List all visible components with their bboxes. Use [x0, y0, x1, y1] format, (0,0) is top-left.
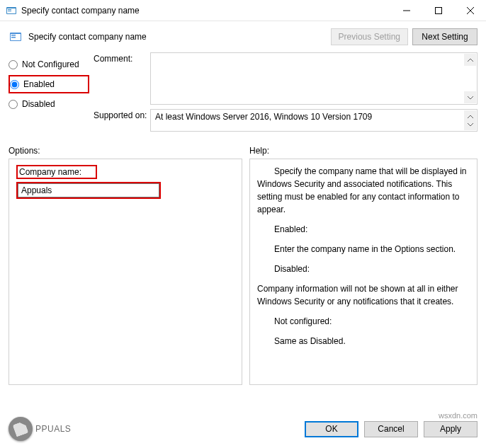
supported-label: Supported on:: [94, 109, 150, 132]
previous-setting-button: Previous Setting: [331, 28, 408, 45]
radio-disabled[interactable]: Disabled: [9, 95, 94, 113]
footer: PPUALS OK Cancel Apply: [0, 410, 486, 448]
supported-on-text: At least Windows Server 2016, Windows 10…: [155, 112, 372, 122]
header: Specify contact company name Previous Se…: [0, 21, 486, 50]
svg-rect-2: [8, 9, 11, 10]
supported-on-box: At least Windows Server 2016, Windows 10…: [150, 109, 477, 132]
policy-title: Specify contact company name: [28, 32, 331, 42]
comment-textarea[interactable]: [150, 52, 477, 105]
watermark-text: PPUALS: [35, 424, 71, 434]
window-title: Specify contact company name: [21, 6, 390, 16]
radio-not-configured-label: Not Configured: [22, 59, 79, 69]
cancel-button[interactable]: Cancel: [364, 421, 418, 437]
maximize-button[interactable]: [422, 0, 454, 21]
minimize-button[interactable]: [390, 0, 422, 21]
policy-icon: [9, 30, 23, 44]
help-enabled-text: Enter the company name in the Options se…: [257, 243, 470, 255]
panes: Company name: Specify the company name t…: [0, 159, 486, 385]
svg-rect-10: [11, 35, 16, 36]
next-setting-button[interactable]: Next Setting: [412, 28, 477, 45]
radio-enabled-label: Enabled: [23, 79, 55, 89]
svg-rect-5: [435, 7, 441, 13]
state-radios: Not Configured Enabled Disabled: [9, 52, 94, 136]
radio-not-configured-input[interactable]: [9, 60, 18, 69]
help-notconfigured-text: Same as Disabled.: [257, 335, 470, 348]
pane-labels: Options: Help:: [0, 136, 486, 159]
radio-enabled-input[interactable]: [10, 80, 19, 89]
comment-label: Comment:: [94, 52, 150, 105]
options-heading: Options:: [9, 146, 249, 156]
radio-disabled-label: Disabled: [22, 99, 55, 109]
radio-enabled[interactable]: Enabled: [9, 75, 89, 93]
close-button[interactable]: [454, 0, 486, 21]
scroll-up-icon[interactable]: [464, 54, 476, 66]
options-pane: Company name:: [9, 159, 242, 385]
company-name-label: Company name:: [16, 165, 97, 179]
scroll-down-icon[interactable]: [464, 91, 476, 103]
ok-button[interactable]: OK: [305, 421, 358, 437]
help-disabled-heading: Disabled:: [257, 263, 470, 275]
company-name-input[interactable]: [18, 183, 159, 197]
config-area: Not Configured Enabled Disabled Comment:…: [0, 50, 486, 136]
watermark-logo-icon: [9, 417, 33, 441]
apply-button[interactable]: Apply: [424, 421, 477, 437]
window-icon: [6, 5, 17, 16]
radio-disabled-input[interactable]: [9, 100, 18, 109]
radio-not-configured[interactable]: Not Configured: [9, 55, 94, 74]
svg-rect-3: [8, 11, 11, 11]
svg-rect-11: [11, 37, 16, 38]
help-notconfigured-heading: Not configured:: [257, 315, 470, 328]
window-controls: [390, 0, 486, 21]
scroll-down-icon[interactable]: [464, 118, 476, 130]
help-intro: Specify the company name that will be di…: [257, 165, 470, 216]
help-heading: Help:: [249, 146, 477, 156]
help-pane: Specify the company name that will be di…: [249, 159, 477, 385]
titlebar: Specify contact company name: [0, 0, 486, 21]
help-disabled-text: Company information will not be shown at…: [257, 282, 470, 308]
help-enabled-heading: Enabled:: [257, 223, 470, 236]
watermark: PPUALS: [9, 417, 305, 441]
